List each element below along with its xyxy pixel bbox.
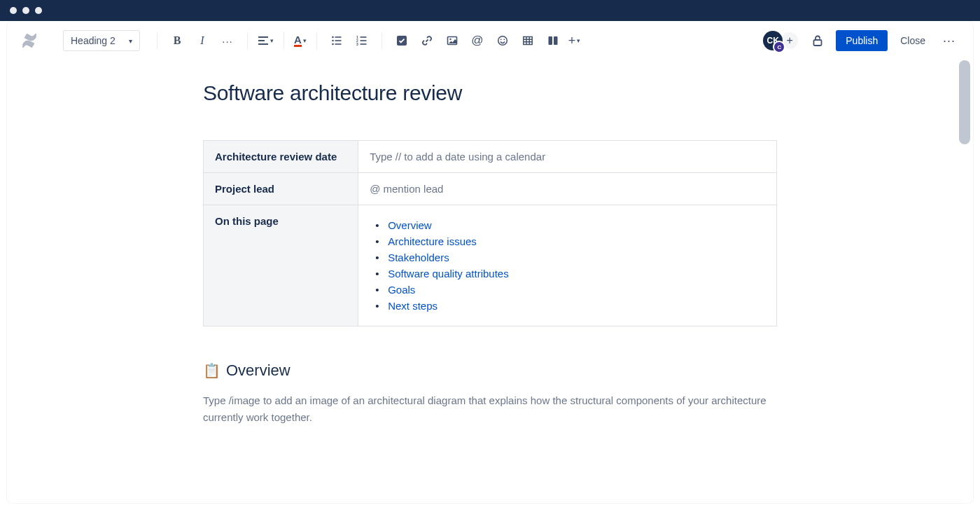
table-row: Project lead @ mention lead [204, 173, 777, 205]
layouts-button[interactable] [542, 29, 564, 52]
chevron-down-icon: ▾ [303, 37, 307, 44]
more-formatting-button[interactable]: ··· [216, 29, 239, 52]
alignment-button[interactable]: ▾ [256, 35, 275, 46]
svg-rect-21 [524, 37, 532, 45]
svg-rect-14 [360, 43, 366, 45]
window-control-dot[interactable] [22, 7, 29, 14]
avatar-badge: C [773, 41, 785, 53]
editor-toolbar: Heading 2 ▾ B I ··· ▾ A ▾ 123 [7, 21, 973, 60]
page-title[interactable]: Software architecture review [203, 81, 777, 105]
editor-content[interactable]: Software architecture review Architectur… [203, 60, 777, 454]
text-color-button[interactable]: A ▾ [293, 34, 308, 47]
section-title: Overview [226, 361, 290, 380]
window-control-dot[interactable] [35, 7, 42, 14]
toc-link[interactable]: Software quality attributes [388, 268, 509, 280]
toc-link[interactable]: Next steps [388, 300, 438, 312]
toc-item: Overview [372, 219, 765, 231]
chevron-down-icon: ▾ [270, 37, 274, 44]
svg-point-18 [498, 36, 507, 46]
clipboard-emoji-icon: 📋 [203, 362, 220, 379]
svg-rect-2 [258, 43, 268, 45]
toc-item: Stakeholders [372, 251, 765, 263]
text-style-label: Heading 2 [71, 35, 115, 46]
svg-rect-12 [360, 40, 366, 41]
property-value[interactable]: @ mention lead [358, 173, 777, 205]
svg-point-3 [332, 36, 334, 39]
insert-more-button[interactable]: + ▾ [567, 34, 582, 48]
toolbar-separator [316, 32, 317, 49]
svg-point-17 [449, 39, 451, 40]
close-button[interactable]: Close [895, 31, 931, 50]
toc-item: Architecture issues [372, 235, 765, 247]
svg-rect-26 [548, 36, 552, 45]
svg-text:3: 3 [356, 42, 358, 46]
chevron-down-icon: ▾ [129, 37, 132, 45]
property-label[interactable]: Project lead [204, 173, 358, 205]
svg-rect-1 [258, 40, 265, 41]
svg-point-20 [503, 39, 505, 40]
toc-link[interactable]: Overview [388, 219, 432, 231]
table-button[interactable] [517, 29, 539, 52]
svg-rect-28 [814, 40, 822, 46]
action-item-button[interactable] [391, 29, 413, 52]
section-heading-overview[interactable]: 📋 Overview [203, 361, 777, 380]
toolbar-right-cluster: CK C + Publish Close ··· [763, 21, 960, 60]
page-properties-table: Architecture review date Type // to add … [203, 140, 777, 326]
table-of-contents: Overview Architecture issues Stakeholder… [370, 219, 765, 312]
svg-rect-6 [335, 40, 341, 41]
image-button[interactable] [441, 29, 463, 52]
toc-link[interactable]: Stakeholders [388, 251, 449, 263]
emoji-button[interactable] [491, 29, 514, 52]
italic-button[interactable]: I [191, 29, 214, 52]
property-label[interactable]: Architecture review date [204, 141, 358, 173]
toc-item: Goals [372, 284, 765, 296]
svg-point-5 [332, 40, 334, 42]
numbered-list-button[interactable]: 123 [351, 29, 373, 52]
property-value[interactable]: Type // to add a date using a calendar [358, 141, 777, 173]
publish-button[interactable]: Publish [836, 30, 888, 51]
toc-link[interactable]: Architecture issues [388, 235, 477, 247]
bullet-list-button[interactable] [326, 29, 348, 52]
toolbar-separator [247, 32, 248, 49]
more-actions-button[interactable]: ··· [938, 29, 960, 52]
table-row: On this page Overview Architecture issue… [204, 205, 777, 326]
table-row: Architecture review date Type // to add … [204, 141, 777, 173]
user-avatar[interactable]: CK C [763, 31, 783, 50]
scrollbar-thumb[interactable] [959, 60, 970, 144]
svg-rect-0 [258, 36, 268, 38]
toc-item: Software quality attributes [372, 268, 765, 280]
property-value-toc[interactable]: Overview Architecture issues Stakeholder… [358, 205, 777, 326]
toc-link[interactable]: Goals [388, 284, 415, 296]
toolbar-separator [157, 32, 158, 49]
window-control-dot[interactable] [10, 7, 17, 14]
window-titlebar [0, 0, 980, 21]
chevron-down-icon: ▾ [577, 37, 580, 44]
app-frame: Heading 2 ▾ B I ··· ▾ A ▾ 123 [7, 21, 973, 503]
property-label[interactable]: On this page [204, 205, 358, 326]
svg-rect-10 [360, 36, 366, 38]
svg-point-7 [332, 43, 334, 46]
svg-rect-4 [335, 36, 341, 38]
svg-rect-27 [554, 36, 558, 45]
svg-point-19 [500, 39, 502, 40]
toolbar-separator [284, 32, 284, 49]
link-button[interactable] [416, 29, 438, 52]
toolbar-separator [382, 32, 382, 49]
toc-item: Next steps [372, 300, 765, 312]
confluence-logo-icon [20, 31, 39, 50]
presence-avatars: CK C + [763, 31, 799, 50]
svg-rect-8 [335, 43, 341, 45]
text-style-select[interactable]: Heading 2 ▾ [63, 30, 140, 51]
bold-button[interactable]: B [166, 29, 188, 52]
restrictions-button[interactable] [806, 29, 829, 52]
section-body-text[interactable]: Type /image to add an image of an archit… [203, 392, 777, 426]
mention-button[interactable]: @ [466, 29, 489, 52]
